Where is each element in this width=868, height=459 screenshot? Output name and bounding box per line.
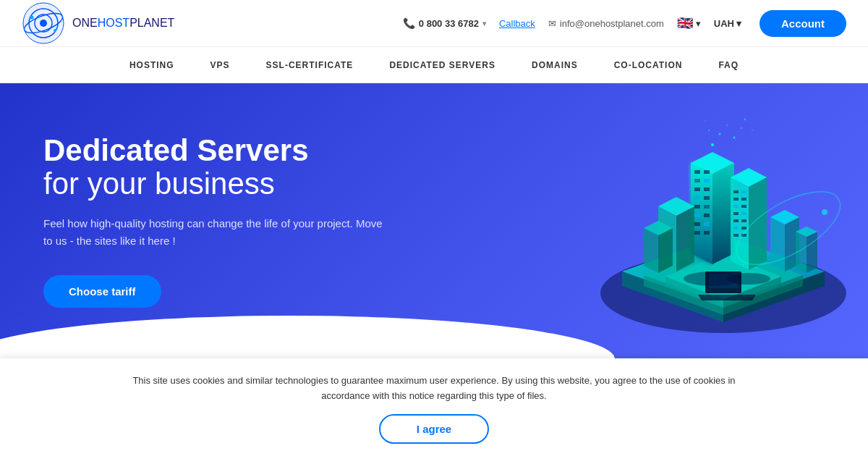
svg-rect-45 bbox=[733, 212, 739, 215]
svg-rect-46 bbox=[741, 212, 746, 215]
svg-rect-21 bbox=[704, 170, 710, 174]
hero-title-bold: Dedicated Servers bbox=[43, 134, 391, 167]
svg-rect-29 bbox=[704, 205, 710, 209]
svg-rect-33 bbox=[704, 222, 710, 226]
svg-rect-44 bbox=[741, 205, 746, 208]
phone-number: 0 800 33 6782 bbox=[419, 18, 479, 29]
svg-point-78 bbox=[822, 209, 827, 215]
svg-point-74 bbox=[705, 120, 706, 122]
nav-colocation[interactable]: CO-LOCATION bbox=[614, 60, 683, 70]
logo-icon bbox=[22, 1, 65, 45]
svg-rect-22 bbox=[694, 179, 700, 182]
nav-domains[interactable]: DOMAINS bbox=[532, 60, 578, 70]
svg-rect-23 bbox=[704, 179, 710, 182]
logo[interactable]: ONEHOSTPLANET bbox=[22, 1, 174, 45]
svg-rect-48 bbox=[741, 219, 746, 222]
svg-rect-43 bbox=[733, 205, 739, 208]
email-icon: ✉ bbox=[548, 18, 556, 29]
svg-rect-49 bbox=[733, 227, 739, 230]
svg-point-75 bbox=[744, 119, 746, 120]
svg-point-6 bbox=[54, 29, 56, 32]
nav-vps[interactable]: VPS bbox=[210, 60, 230, 70]
nav-dedicated[interactable]: DEDICATED SERVERS bbox=[389, 60, 495, 70]
hero-title-light: for your business bbox=[43, 167, 391, 201]
svg-marker-60 bbox=[807, 232, 817, 273]
account-button[interactable]: Account bbox=[760, 10, 846, 37]
flag-icon: 🇬🇧 bbox=[677, 15, 693, 31]
hero-section: Dedicated Servers for your business Feel… bbox=[0, 83, 868, 358]
svg-marker-62 bbox=[644, 228, 658, 273]
phone-icon: 📞 bbox=[403, 17, 415, 29]
currency-dropdown-arrow: ▾ bbox=[736, 18, 741, 29]
cookie-banner: This site uses cookies and similar techn… bbox=[0, 358, 868, 459]
svg-rect-31 bbox=[704, 214, 710, 217]
nav-ssl[interactable]: SSL-CERTIFICATE bbox=[266, 60, 354, 70]
svg-point-70 bbox=[726, 125, 728, 126]
logo-text: ONEHOSTPLANET bbox=[72, 17, 174, 30]
email-area: ✉ info@onehostplanet.com bbox=[548, 18, 664, 29]
language-selector[interactable]: 🇬🇧 ▾ bbox=[677, 15, 701, 31]
svg-rect-41 bbox=[733, 198, 739, 201]
i-agree-button[interactable]: I agree bbox=[379, 414, 489, 444]
svg-marker-63 bbox=[658, 228, 673, 273]
hero-illustration bbox=[550, 83, 868, 358]
phone-area: 📞 0 800 33 6782 ▾ bbox=[403, 17, 486, 29]
currency-selector[interactable]: UAH ▾ bbox=[714, 18, 741, 29]
svg-point-73 bbox=[741, 127, 742, 129]
svg-rect-51 bbox=[733, 234, 739, 237]
svg-point-76 bbox=[752, 130, 753, 131]
svg-point-4 bbox=[40, 20, 47, 27]
svg-point-5 bbox=[30, 16, 34, 20]
svg-rect-34 bbox=[694, 231, 700, 235]
svg-rect-24 bbox=[694, 188, 700, 191]
svg-rect-39 bbox=[733, 190, 739, 193]
svg-marker-67 bbox=[698, 295, 756, 300]
svg-point-80 bbox=[727, 273, 770, 285]
svg-rect-25 bbox=[704, 188, 710, 191]
email-address: info@onehostplanet.com bbox=[560, 18, 664, 29]
navbar: HOSTING VPS SSL-CERTIFICATE DEDICATED SE… bbox=[0, 47, 868, 83]
phone-dropdown[interactable]: ▾ bbox=[482, 20, 486, 28]
lang-dropdown-arrow: ▾ bbox=[696, 18, 701, 29]
svg-marker-54 bbox=[676, 206, 694, 271]
currency-label: UAH bbox=[714, 18, 734, 29]
svg-rect-26 bbox=[694, 196, 700, 200]
nav-hosting[interactable]: HOSTING bbox=[129, 60, 174, 70]
svg-rect-32 bbox=[694, 222, 700, 226]
choose-tariff-button[interactable]: Choose tariff bbox=[43, 275, 161, 308]
svg-rect-27 bbox=[704, 196, 710, 200]
svg-rect-20 bbox=[694, 170, 700, 174]
svg-marker-56 bbox=[770, 217, 785, 271]
nav-faq[interactable]: FAQ bbox=[718, 60, 739, 70]
svg-rect-40 bbox=[741, 190, 746, 193]
svg-rect-28 bbox=[694, 205, 700, 209]
callback-link[interactable]: Callback bbox=[499, 18, 535, 29]
svg-rect-30 bbox=[694, 214, 700, 217]
isometric-city-svg bbox=[564, 90, 868, 351]
topbar-center: 📞 0 800 33 6782 ▾ Callback ✉ info@onehos… bbox=[403, 15, 741, 31]
svg-point-72 bbox=[733, 137, 736, 139]
hero-content: Dedicated Servers for your business Feel… bbox=[0, 90, 434, 351]
cookie-text: This site uses cookies and similar techn… bbox=[109, 374, 760, 404]
svg-point-69 bbox=[719, 133, 721, 135]
svg-point-68 bbox=[711, 143, 714, 146]
svg-rect-42 bbox=[741, 198, 746, 201]
svg-rect-35 bbox=[704, 231, 710, 235]
hero-subtitle: Feel how high-quality hosting can change… bbox=[43, 215, 391, 250]
svg-point-71 bbox=[708, 130, 710, 131]
svg-rect-47 bbox=[733, 219, 739, 222]
svg-rect-50 bbox=[741, 227, 746, 230]
topbar: ONEHOSTPLANET 📞 0 800 33 6782 ▾ Callback… bbox=[0, 0, 868, 47]
